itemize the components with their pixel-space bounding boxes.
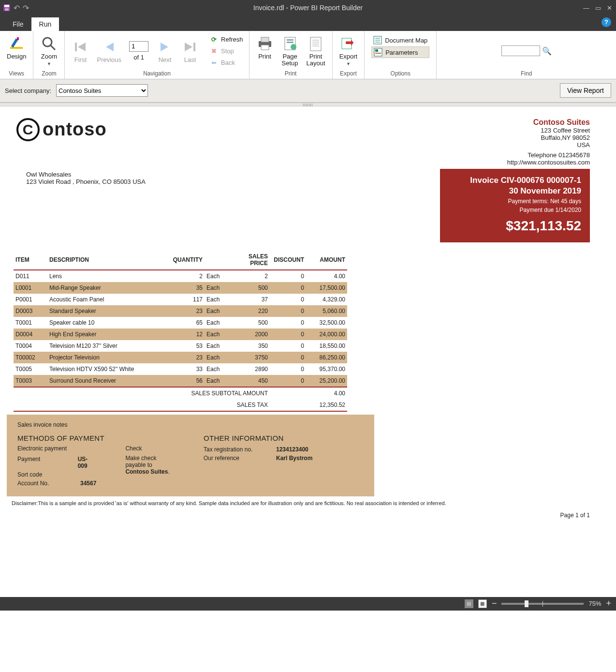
- nav-previous-button[interactable]: Previous: [94, 36, 124, 65]
- design-icon: [8, 35, 25, 52]
- svg-rect-2: [5, 8, 9, 11]
- col-qty: QUANTITY: [171, 250, 205, 270]
- document-map-icon: [373, 36, 382, 45]
- svg-marker-11: [185, 43, 192, 51]
- zoom-out-button[interactable]: −: [492, 598, 497, 609]
- col-unit: [205, 250, 229, 270]
- page-setup-icon: [281, 35, 299, 52]
- nav-last-button[interactable]: Last: [178, 36, 202, 65]
- splitter[interactable]: [0, 103, 616, 106]
- invoice-date: 30 November 2019: [449, 185, 581, 196]
- tab-bar: File Run ?: [0, 15, 616, 31]
- company-select[interactable]: Contoso Suites: [56, 84, 148, 97]
- company-addr2: Buffalo,NY 98052: [507, 134, 590, 141]
- group-options-label: Options: [391, 69, 411, 78]
- view-mode-layout-icon[interactable]: ▦: [478, 599, 487, 608]
- minimize-button[interactable]: —: [583, 4, 589, 12]
- group-find-label: Find: [521, 69, 532, 78]
- invoice-total: $321,113.52: [449, 213, 581, 234]
- svg-marker-8: [78, 43, 86, 51]
- report-viewer: Contoso Contoso Suites 123 Coffee Street…: [0, 106, 616, 597]
- save-icon[interactable]: [3, 4, 11, 12]
- invoice-summary: Invoice CIV-000676 000007-1 30 November …: [440, 169, 590, 242]
- methods-header: METHODS OF PAYMENT: [17, 434, 175, 442]
- table-row: T00002Projector Television23Each3750086,…: [14, 352, 347, 363]
- svg-rect-33: [375, 53, 381, 54]
- parameters-icon: [374, 48, 382, 57]
- company-addr1: 123 Coffee Street: [507, 127, 590, 134]
- undo-icon[interactable]: ↶: [14, 3, 20, 13]
- payment-v: US-009: [78, 456, 97, 469]
- notes-panel: Sales invoice notes METHODS OF PAYMENT E…: [7, 415, 374, 496]
- col-desc: DESCRIPTION: [47, 250, 171, 270]
- view-report-button[interactable]: View Report: [560, 83, 611, 98]
- tab-run[interactable]: Run: [31, 17, 59, 31]
- zoom-in-button[interactable]: +: [606, 598, 611, 609]
- tax-value: 12,350.52: [306, 399, 347, 411]
- page-number: Page 1 of 1: [7, 510, 609, 523]
- find-input[interactable]: [501, 45, 540, 56]
- zoom-button[interactable]: Zoom▼: [37, 33, 60, 69]
- close-button[interactable]: ✕: [607, 4, 612, 12]
- previous-icon: [101, 38, 118, 56]
- svg-rect-32: [375, 49, 378, 52]
- check-label: Check: [125, 445, 175, 455]
- stop-button[interactable]: ✖Stop: [207, 45, 245, 56]
- print-button[interactable]: Print: [253, 33, 277, 62]
- view-mode-normal-icon[interactable]: ▤: [465, 599, 473, 608]
- invoice-due: Payment due 1/14/2020: [449, 205, 581, 213]
- maximize-button[interactable]: ▭: [595, 4, 601, 12]
- svg-marker-10: [161, 43, 168, 51]
- page-number-input[interactable]: [129, 41, 148, 52]
- back-button[interactable]: ⬅Back: [207, 57, 245, 68]
- other-header: OTHER INFORMATION: [204, 434, 361, 442]
- table-row: D0004High End Speaker12Each2000024,000.0…: [14, 329, 347, 340]
- zoom-value: 75%: [588, 600, 601, 607]
- company-phone: Telephone 012345678: [507, 151, 590, 159]
- table-row: T0003Surround Sound Receiver56Each450025…: [14, 375, 347, 387]
- document-map-button[interactable]: Document Map: [371, 35, 429, 45]
- param-label: Select company:: [5, 87, 51, 94]
- page-setup-button[interactable]: Page Setup: [279, 33, 302, 69]
- svg-marker-9: [106, 43, 114, 51]
- refresh-button[interactable]: ⟳Refresh: [207, 34, 245, 45]
- subtotal-label: SALES SUBTOTAL AMOUNT: [14, 387, 270, 399]
- nav-next-button[interactable]: Next: [153, 36, 176, 65]
- tab-file[interactable]: File: [5, 17, 31, 31]
- print-layout-button[interactable]: Print Layout: [304, 33, 328, 69]
- acct-v: 34567: [80, 480, 96, 487]
- next-icon: [156, 38, 174, 56]
- svg-rect-12: [193, 43, 195, 51]
- invoice-number: Invoice CIV-000676 000007-1: [449, 176, 581, 185]
- taxreg-v: 1234123400: [276, 446, 308, 453]
- svg-rect-18: [287, 42, 293, 43]
- help-icon[interactable]: ?: [601, 17, 611, 27]
- design-button[interactable]: Design: [4, 33, 29, 62]
- parameters-button[interactable]: Parameters: [371, 46, 429, 58]
- stop-icon: ✖: [209, 46, 218, 55]
- col-price: SALES PRICE: [229, 250, 270, 270]
- redo-icon[interactable]: ↷: [23, 3, 29, 13]
- table-row: D011Lens2Each204.00: [14, 270, 347, 282]
- company-country: USA: [507, 141, 590, 149]
- table-row: T0001Speaker cable 1065Each500032,500.00: [14, 317, 347, 329]
- refresh-icon: ⟳: [209, 35, 218, 44]
- table-row: D0003Standard Speaker23Each22005,060.00: [14, 305, 347, 317]
- svg-rect-4: [17, 37, 19, 40]
- nav-first-button[interactable]: First: [69, 36, 92, 65]
- binoculars-icon[interactable]: 🔍: [542, 46, 552, 56]
- table-row: L0001Mid-Range Speaker35Each500017,500.0…: [14, 282, 347, 294]
- zoom-slider[interactable]: [501, 603, 584, 605]
- check-text: Make check payable to Contoso Suites.: [125, 455, 175, 475]
- company-name: Contoso Suites: [507, 118, 590, 127]
- export-button[interactable]: Export▼: [337, 33, 361, 69]
- line-items-table: ITEM DESCRIPTION QUANTITY SALES PRICE DI…: [14, 250, 347, 412]
- sort-k: Sort code: [17, 471, 71, 478]
- zoom-icon: [40, 35, 58, 52]
- print-layout-icon: [307, 35, 324, 52]
- table-row: P0001Acoustic Foam Panel117Each3704,329.…: [14, 294, 347, 305]
- company-url: http://www.contososuites.com: [507, 159, 590, 166]
- invoice-terms: Payment terms: Net 45 days: [449, 196, 581, 205]
- tax-label: SALES TAX: [14, 399, 270, 411]
- window-title: Invoice.rdl - Power BI Report Builder: [0, 4, 616, 12]
